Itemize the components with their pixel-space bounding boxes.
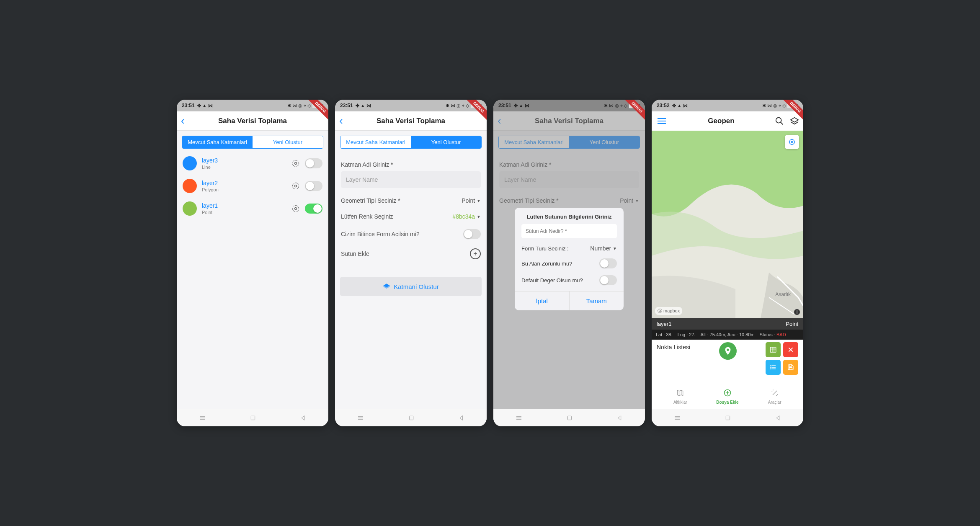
svg-point-3 [295,185,297,187]
home-icon[interactable] [408,415,415,421]
svg-point-18 [776,118,781,123]
add-point-button[interactable] [719,342,737,360]
tab-create[interactable]: Yeni Olustur [253,136,323,148]
color-label: Lütfen Renk Seçiniz [341,213,393,220]
form-type-label: Form Turu Seciniz : [521,245,569,252]
recent-apps-icon[interactable] [199,414,206,422]
svg-point-37 [771,369,771,369]
layer-color-swatch [183,179,197,193]
status-bar: 23:51✤ ▲ ⋈ ✱ ⋈ ◎ ⌖ ◇ ⬜ ⬚ [177,100,328,111]
layer-toggle[interactable] [305,181,322,191]
back-nav-icon[interactable] [300,415,307,421]
table-button[interactable] [766,342,781,357]
tools-tab[interactable]: Araçlar [751,386,798,406]
locate-button[interactable] [785,135,799,149]
save-button[interactable] [783,360,798,375]
svg-point-48 [776,395,776,396]
svg-point-22 [792,142,793,143]
svg-rect-27 [770,347,776,352]
svg-point-5 [295,208,297,210]
layer-name-input[interactable] [341,171,481,188]
recent-apps-icon[interactable] [357,414,364,422]
layer-row: layer1 Point [177,197,328,220]
back-button[interactable]: ‹ [339,114,352,127]
page-title: Saha Verisi Toplama [193,117,312,125]
gear-icon[interactable] [291,182,300,190]
status-bar: 23:51✤ ▲ ⋈ ✱ ⋈ ◎ ⌖ ◇ ⬜ ⬚ [335,100,487,111]
status-bar: 23:52✤ ▲ ⋈ ✱ ⋈ ◎ ⌖ ◇ ⬜ ⬚ [652,100,803,111]
home-icon[interactable] [725,415,731,421]
svg-point-1 [295,162,297,165]
gear-icon[interactable] [291,159,300,168]
home-icon[interactable] [566,415,573,421]
svg-point-49 [777,394,778,395]
layers-icon[interactable] [790,116,799,126]
back-nav-icon[interactable] [458,415,465,421]
close-button[interactable] [783,342,798,357]
layer-color-swatch [183,156,197,170]
column-name-input[interactable] [521,224,617,238]
geometry-dropdown[interactable]: Point▼ [462,197,481,204]
default-toggle[interactable] [599,275,617,285]
alt-value: Alt : 75.40m, Acu : 10.80m [701,332,755,337]
layer-toggle[interactable] [305,204,322,214]
recent-apps-icon[interactable] [673,414,681,422]
svg-rect-13 [409,416,413,420]
layer-name-label: Katman Adi Giriniz * [341,161,481,168]
svg-rect-53 [726,416,730,420]
svg-point-4 [293,206,299,212]
svg-point-35 [771,367,771,368]
svg-rect-40 [789,368,792,370]
color-dropdown[interactable]: #8bc34a▼ [452,213,481,220]
tab-existing[interactable]: Mevcut Saha Katmanlari [340,136,411,148]
gear-icon[interactable] [291,204,300,213]
layer-row: layer3 Line [177,152,328,175]
layers-icon [383,283,390,290]
layer-row: layer2 Polygon [177,175,328,197]
dialog-title: Lutfen Sutunun Bilgilerini Giriniz [515,208,624,224]
lng-value: Lng : 27. [678,332,696,337]
svg-rect-17 [567,416,571,420]
lat-value: Lat : 38. [656,332,673,337]
layer-type: Point [202,210,286,215]
recent-apps-icon[interactable] [515,414,523,422]
tab-existing[interactable]: Mevcut Saha Katmanlari [182,136,253,148]
layer-type: Polygon [202,187,286,192]
list-button[interactable] [766,360,781,375]
layer-name: layer1 [202,202,286,209]
back-nav-icon[interactable] [616,415,623,421]
svg-point-46 [773,390,773,390]
column-dialog: Lutfen Sutunun Bilgilerini Giriniz Form … [515,208,624,310]
layer-color-swatch [183,201,197,216]
layer-type: Line [202,165,286,170]
svg-line-19 [781,122,783,125]
active-layer-name: layer1 [657,321,671,327]
menu-button[interactable] [656,116,668,126]
required-toggle[interactable] [599,258,617,268]
layer-toggle[interactable] [305,158,322,168]
form-open-toggle[interactable] [463,229,481,239]
back-nav-icon[interactable] [775,415,781,421]
home-icon[interactable] [250,415,256,421]
svg-rect-39 [789,365,792,366]
form-type-dropdown[interactable]: Number▼ [590,245,617,252]
required-label: Bu Alan Zorunlu mu? [521,260,572,267]
form-open-label: Cizim Bitince Form Acilsin mi? [341,231,419,237]
search-icon[interactable] [775,116,784,126]
addfile-tab[interactable]: Dosya Ekle [704,386,751,406]
dialog-ok-button[interactable]: Tamam [570,291,624,310]
geometry-label: Geometri Tipi Seciniz * [341,197,400,204]
tab-create[interactable]: Yeni Olustur [411,136,481,148]
dialog-cancel-button[interactable]: İptal [515,291,570,310]
status-value: BAD [776,332,786,337]
info-icon[interactable]: i [794,309,800,315]
map-view[interactable]: Asarlık ⓞ mapbox i [652,131,803,318]
layer-name: layer3 [202,157,286,164]
add-column-label: Sutun Ekle [341,250,369,257]
create-layer-button[interactable]: Katmani Olustur [340,277,482,296]
basemaps-tab[interactable]: Altlıklar [657,386,704,406]
add-column-button[interactable]: + [470,248,481,259]
back-button[interactable]: ‹ [181,114,193,127]
page-title: Geopen [668,117,775,125]
svg-point-47 [772,391,772,391]
